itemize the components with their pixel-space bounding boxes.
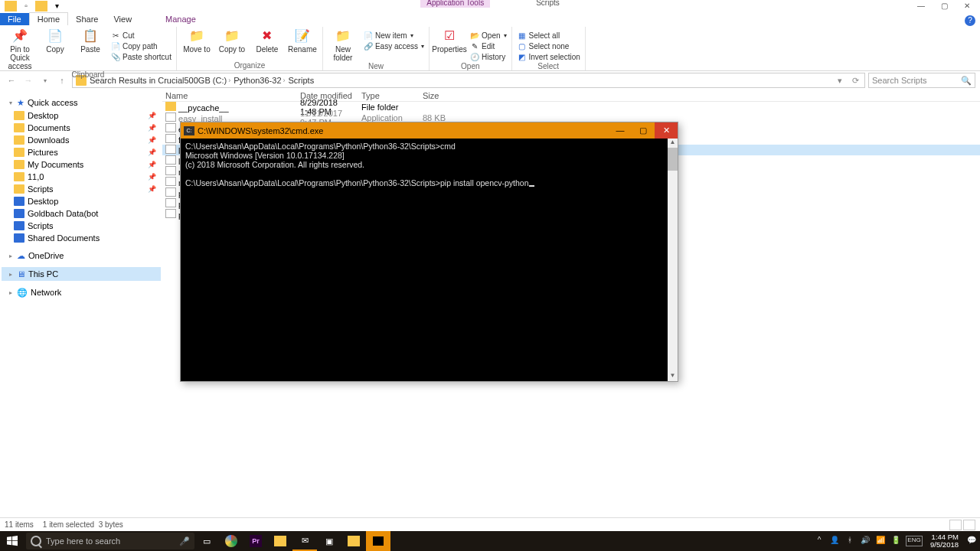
network-icon: 🌐 xyxy=(17,288,28,298)
refresh-button[interactable]: ⟳ xyxy=(849,76,861,86)
tab-view[interactable]: View xyxy=(106,13,139,25)
tab-file[interactable]: File xyxy=(0,13,29,25)
sidebar-quick-access[interactable]: ▾ ★ Quick access xyxy=(2,96,161,109)
copy-to-button[interactable]: 📁Copy to xyxy=(217,27,247,54)
copy-path-button[interactable]: 📄Copy path xyxy=(110,41,172,51)
sidebar-item[interactable]: Scripts xyxy=(2,220,161,232)
sidebar-item[interactable]: My Documents📌 xyxy=(2,158,161,171)
file-row[interactable]: __pycache__8/29/2018 1:48 PMFile folder xyxy=(162,102,980,112)
copypath-icon: 📄 xyxy=(110,41,121,51)
taskbar-app-icon[interactable]: ▣ xyxy=(317,531,341,551)
scroll-up-icon[interactable]: ▲ xyxy=(668,139,678,148)
cmd-minimize-button[interactable]: — xyxy=(609,122,632,139)
sidebar-network[interactable]: ▸ 🌐 Network xyxy=(2,285,161,299)
cut-button[interactable]: ✂Cut xyxy=(110,30,172,41)
address-dropdown-icon[interactable]: ▾ xyxy=(834,76,846,86)
taskbar-explorer-icon[interactable] xyxy=(268,531,292,551)
move-icon: 📁 xyxy=(188,27,206,44)
cmd-scrollbar[interactable]: ▲ ▼ xyxy=(668,139,678,381)
sidebar-this-pc[interactable]: ▸ 🖥 This PC xyxy=(2,267,161,281)
scroll-down-icon[interactable]: ▼ xyxy=(668,372,678,381)
file-list-header[interactable]: Name Date modified Type Size xyxy=(162,90,980,102)
tray-network-icon[interactable]: 📶 xyxy=(875,536,886,546)
mic-icon[interactable]: 🎤 xyxy=(179,536,190,546)
tray-notifications-icon[interactable]: 💬 xyxy=(966,536,977,546)
taskbar-cmd-icon[interactable] xyxy=(366,531,390,551)
folder-icon xyxy=(14,172,24,181)
folder-icon xyxy=(14,123,24,132)
minimize-button[interactable]: — xyxy=(910,2,933,12)
tray-clock[interactable]: 1:44 PM 9/5/2018 xyxy=(927,533,962,549)
new-item-button[interactable]: 📄New item▾ xyxy=(363,30,424,41)
help-icon[interactable]: ? xyxy=(965,15,975,26)
pin-label: Pin to Quick access xyxy=(5,45,35,70)
open-button[interactable]: 📂Open▾ xyxy=(469,30,506,41)
cmd-terminal[interactable]: C:\Users\Ahsan\AppData\Local\Programs\Py… xyxy=(181,139,678,381)
tab-home[interactable]: Home xyxy=(29,12,68,25)
qat-new-icon[interactable] xyxy=(35,1,47,11)
scroll-thumb[interactable] xyxy=(668,148,678,171)
tray-bluetooth-icon[interactable]: ᚼ xyxy=(844,536,855,546)
sidebar-item[interactable]: Pictures📌 xyxy=(2,146,161,158)
tray-battery-icon[interactable]: 🔋 xyxy=(890,536,901,546)
selectnone-icon: ▢ xyxy=(517,41,528,51)
invert-selection-button[interactable]: ◩Invert selection xyxy=(517,51,580,62)
newfolder-icon: 📁 xyxy=(334,27,352,44)
qat-props-icon[interactable]: ▫ xyxy=(20,1,32,11)
sidebar-item[interactable]: Scripts📌 xyxy=(2,183,161,195)
tab-share[interactable]: Share xyxy=(68,13,106,25)
close-button[interactable]: ✕ xyxy=(956,2,978,12)
taskbar-premiere-icon[interactable]: Pr xyxy=(243,531,268,551)
tab-manage[interactable]: Manage xyxy=(155,13,207,25)
address-bar[interactable]: Search Results in Crucial500GB (C:)› Pyt… xyxy=(72,73,865,88)
rename-button[interactable]: 📝Rename xyxy=(287,27,318,54)
sidebar-item[interactable]: Documents📌 xyxy=(2,122,161,134)
sidebar-item[interactable]: Desktop xyxy=(2,195,161,207)
copy-button[interactable]: 📄 Copy xyxy=(40,27,70,54)
selectall-icon: ▦ xyxy=(517,30,528,41)
properties-button[interactable]: ☑Properties xyxy=(434,27,465,54)
sidebar-onedrive[interactable]: ▸ ☁ OneDrive xyxy=(2,249,161,262)
history-button[interactable]: 🕘History xyxy=(469,51,506,62)
new-folder-button[interactable]: 📁New folder xyxy=(328,27,358,62)
taskbar-folder-icon[interactable] xyxy=(341,531,366,551)
start-button[interactable] xyxy=(0,531,24,551)
taskview-button[interactable]: ▭ xyxy=(194,531,219,551)
cmd-maximize-button[interactable]: ▢ xyxy=(632,122,655,139)
easy-access-button[interactable]: 🔗Easy access▾ xyxy=(363,41,424,51)
paste-shortcut-button[interactable]: 📎Paste shortcut xyxy=(110,51,172,62)
tray-lang-icon[interactable]: ENG xyxy=(906,536,923,546)
tray-people-icon[interactable]: 👤 xyxy=(829,536,840,546)
sidebar-item[interactable]: 11,0📌 xyxy=(2,171,161,183)
file-icon xyxy=(165,209,176,218)
edit-button[interactable]: ✎Edit xyxy=(469,41,506,51)
cmd-title-bar[interactable]: C:\WINDOWS\system32\cmd.exe — ▢ ✕ xyxy=(181,122,678,139)
taskbar-search-input[interactable]: Type here to search 🎤 xyxy=(26,533,194,549)
taskbar-mail-icon[interactable]: ✉ xyxy=(292,531,317,551)
file-icon xyxy=(165,177,176,186)
folder-icon xyxy=(14,135,24,145)
tray-caret-icon[interactable]: ^ xyxy=(814,536,825,546)
cmd-window[interactable]: C:\WINDOWS\system32\cmd.exe — ▢ ✕ C:\Use… xyxy=(180,122,678,382)
cmd-close-button[interactable]: ✕ xyxy=(655,122,678,139)
select-all-button[interactable]: ▦Select all xyxy=(517,30,580,41)
sidebar-item[interactable]: Downloads📌 xyxy=(2,134,161,146)
select-none-button[interactable]: ▢Select none xyxy=(517,41,580,51)
view-icons-button[interactable] xyxy=(963,520,975,530)
taskbar-chrome-icon[interactable] xyxy=(219,531,243,551)
sidebar-item[interactable]: Goldbach Data(bot xyxy=(2,207,161,220)
sidebar-item[interactable]: Shared Documents xyxy=(2,232,161,244)
sidebar-item[interactable]: Desktop📌 xyxy=(2,109,161,122)
search-input[interactable]: Search Scripts 🔍 xyxy=(868,73,975,88)
move-to-button[interactable]: 📁Move to xyxy=(181,27,212,54)
paste-button[interactable]: 📋 Paste xyxy=(75,27,106,54)
chevron-down-icon: ▾ xyxy=(8,99,14,106)
tray-volume-icon[interactable]: 🔊 xyxy=(860,536,871,546)
folder-icon xyxy=(14,111,24,120)
star-icon: ★ xyxy=(17,98,24,108)
maximize-button[interactable]: ▢ xyxy=(933,2,956,12)
qat-dropdown-icon[interactable]: ▾ xyxy=(51,1,63,11)
delete-button[interactable]: ✖Delete xyxy=(252,27,283,54)
view-details-button[interactable] xyxy=(949,520,962,530)
pin-quick-access-button[interactable]: 📌 Pin to Quick access xyxy=(5,27,35,70)
